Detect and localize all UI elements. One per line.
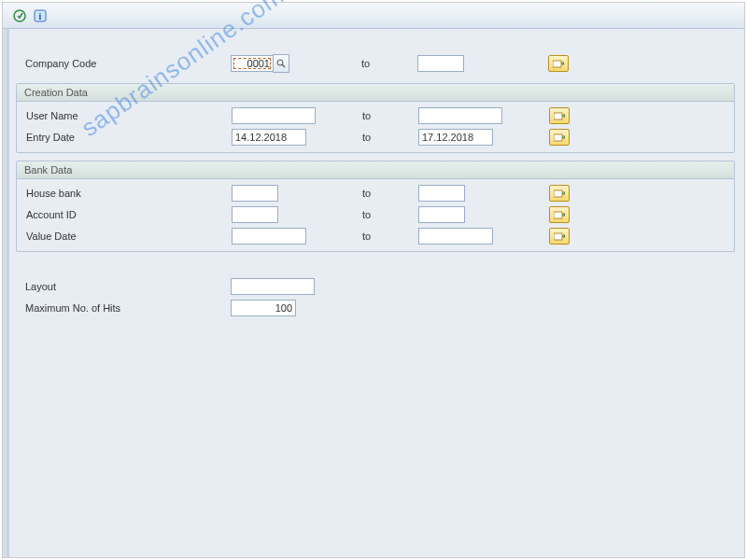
input-user-name-to[interactable] (418, 107, 502, 124)
application-toolbar: i (3, 3, 744, 29)
to-label-entry-date: to (353, 132, 418, 143)
group-header-bank: Bank Data (17, 161, 734, 179)
svg-point-0 (14, 10, 25, 21)
row-entry-date: Entry Date to (17, 127, 734, 147)
label-value-date: Value Date (17, 231, 232, 242)
label-user-name: User Name (17, 110, 232, 121)
input-company-code-from[interactable] (231, 55, 274, 72)
input-account-id-from[interactable] (232, 206, 278, 223)
to-label-user-name: to (353, 110, 418, 121)
row-layout: Layout (16, 276, 735, 297)
multiple-selection-icon[interactable] (549, 129, 570, 146)
label-company-code: Company Code (16, 58, 231, 69)
svg-rect-6 (554, 113, 562, 119)
row-max-hits: Maximum No. of Hits (16, 298, 735, 318)
row-company-code: Company Code to (16, 53, 735, 74)
row-account-id: Account ID to (17, 204, 734, 225)
to-label-house-bank: to (353, 188, 418, 199)
label-layout: Layout (16, 281, 231, 292)
multiple-selection-icon[interactable] (549, 228, 570, 245)
svg-text:i: i (39, 11, 42, 21)
group-creation-data: Creation Data User Name to Entry Date to (16, 83, 735, 153)
group-bank-data: Bank Data House bank to Account ID to (16, 161, 735, 252)
input-max-hits[interactable] (231, 300, 296, 316)
label-house-bank: House bank (17, 188, 232, 199)
svg-rect-9 (554, 212, 562, 218)
label-entry-date: Entry Date (17, 132, 232, 143)
input-company-code-to[interactable] (417, 55, 464, 72)
multiple-selection-icon[interactable] (549, 206, 570, 223)
to-label-company-code: to (352, 58, 417, 69)
input-value-date-from[interactable] (232, 228, 306, 245)
svg-rect-7 (554, 134, 562, 141)
input-user-name-from[interactable] (232, 107, 316, 124)
to-label-account-id: to (353, 209, 418, 220)
svg-rect-10 (554, 233, 562, 240)
execute-icon[interactable] (12, 8, 27, 23)
to-label-value-date: to (353, 231, 418, 242)
group-header-creation: Creation Data (17, 84, 734, 102)
svg-line-4 (282, 64, 285, 67)
row-house-bank: House bank to (17, 183, 734, 203)
info-icon[interactable]: i (33, 8, 48, 23)
row-user-name: User Name to (17, 105, 734, 126)
input-account-id-to[interactable] (418, 206, 465, 223)
sap-selection-screen: i sapbrainsonline.com Company Code to (2, 2, 745, 558)
input-house-bank-to[interactable] (418, 185, 465, 202)
multiple-selection-icon[interactable] (548, 55, 569, 72)
input-entry-date-to[interactable] (418, 129, 493, 146)
label-account-id: Account ID (17, 209, 232, 220)
multiple-selection-icon[interactable] (549, 107, 570, 124)
label-max-hits: Maximum No. of Hits (16, 302, 231, 314)
svg-rect-5 (553, 61, 561, 67)
selection-content: sapbrainsonline.com Company Code to C (3, 29, 744, 557)
input-entry-date-from[interactable] (232, 129, 306, 146)
input-house-bank-from[interactable] (232, 185, 278, 202)
multiple-selection-icon[interactable] (549, 185, 570, 202)
svg-rect-8 (554, 190, 562, 197)
row-value-date: Value Date to (17, 226, 734, 246)
input-layout[interactable] (231, 278, 315, 295)
f4-help-icon[interactable] (273, 54, 289, 73)
input-value-date-to[interactable] (418, 228, 493, 245)
